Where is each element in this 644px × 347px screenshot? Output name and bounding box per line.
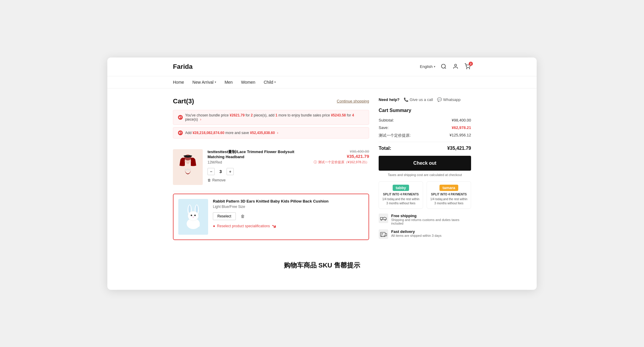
tax-note: Taxes and shipping cost are calculated a… [379,173,471,177]
phone-icon: 📞 [404,97,408,102]
nav-child[interactable]: Child ▾ [264,80,276,85]
svg-point-10 [187,155,189,157]
promo-banner-2: 🏷 Add ¥28,218,082,874.60 more and save ¥… [173,127,369,139]
item-1-image [173,149,203,185]
svg-point-4 [469,68,470,69]
item-1-price: ¥98,400.00 ¥35,421.79 ⓘ 测试一个定价提原（¥162,97… [314,149,369,164]
error-circle-icon: ● [213,224,215,228]
tamara-split-label: SPLIT INTO 4 PAYMENTS [429,193,468,196]
cart-header: Cart(3) Continue shopping [173,97,369,105]
chevron-down-icon: ▾ [215,80,216,84]
whatsapp-icon: 💬 [437,97,442,102]
promo-banner-1: 🏷 You've chosen bundle price ¥2621.79 fo… [173,110,369,125]
svg-line-1 [445,67,446,69]
header-right: English ▾ 2 [420,63,471,70]
cart-title: Cart(3) [173,97,194,105]
svg-point-18 [194,214,196,216]
trash-icon: 🗑 [208,178,211,182]
item-1-sale-price: ¥35,421.79 [314,154,369,159]
nav-men[interactable]: Men [225,80,233,85]
promo-row: 测试一个定价提原: ¥125,956.12 [379,133,471,138]
payment-options: tabby SPLIT INTO 4 PAYMENTS 1/4 today,an… [379,181,471,209]
reselect-button[interactable]: Reselect [213,212,236,220]
svg-point-29 [384,236,385,236]
right-column: Need help? 📞 Give us a call 💬 Whatsapp C… [379,97,471,243]
summary-divider [379,142,471,142]
svg-point-19 [193,217,194,217]
svg-point-25 [385,220,386,220]
item-1-details: testtesttest量制/Lace Trimmed Flower Bodys… [208,149,309,182]
item-2-actions: Reselect 🗑 [213,212,364,220]
account-button[interactable] [453,63,459,70]
item-2-variant: Light Blue/Free Size [213,205,364,209]
delete-icon[interactable]: 🗑 [241,214,245,219]
item-1-increase-btn[interactable]: + [227,168,234,175]
promo-icon: 🏷 [178,115,183,120]
tabby-desc: 1/4 today,and the rest within 3 months w… [381,197,420,206]
subtotal-row: Subtotal: ¥98,400.00 [379,118,471,122]
item-2-name: Rabbit Pattern 3D Ears Knitted Baby Kids… [213,199,364,203]
chevron-down-icon: ▾ [274,80,276,84]
cart-item-2-error: Rabbit Pattern 3D Ears Knitted Baby Kids… [173,194,369,240]
free-shipping-icon [379,214,388,223]
nav-women[interactable]: Women [241,80,255,85]
item-2-details: Rabbit Pattern 3D Ears Knitted Baby Kids… [213,199,364,230]
total-row: Total: ¥35,421.79 [379,146,471,151]
item-1-remove-btn[interactable]: 🗑 Remove [208,178,309,182]
svg-point-2 [455,64,457,66]
free-shipping-row: Free shipping Shipping and returns custo… [379,214,471,225]
arrow-icon: ➜ [270,222,278,230]
tamara-payment: tamara SPLIT INTO 4 PAYMENTS 1/4 today,a… [427,181,471,209]
cart-items-list: testtesttest量制/Lace Trimmed Flower Bodys… [173,143,369,240]
main-content: Cart(3) Continue shopping 🏷 You've chose… [107,88,537,252]
cart-button[interactable]: 2 [465,63,471,70]
item-1-decrease-btn[interactable]: − [208,168,215,175]
tamara-badge: tamara [439,185,458,191]
main-window: Farida English ▾ 2 [107,57,537,290]
give-call-link[interactable]: 📞 Give us a call [404,97,433,102]
item-1-price-note: ⓘ 测试一个定价提原（¥162,978.21） [314,160,369,164]
free-shipping-title: Free shipping [391,214,471,218]
item-2-image [178,199,208,235]
free-shipping-desc: Shipping and returns customs and duties … [391,218,471,225]
item-1-qty-value: 3 [218,169,224,174]
chevron-down-icon: ▾ [434,65,435,68]
search-button[interactable] [441,63,447,70]
svg-point-8 [185,160,187,162]
tabby-split-label: SPLIT INTO 4 PAYMENTS [381,193,420,196]
item-2-error-msg: ● Reselect product specialifications ➜ [213,222,364,230]
cart-item-1: testtesttest量制/Lace Trimmed Flower Bodys… [173,143,369,191]
svg-point-3 [467,68,467,69]
tabby-badge: tabby [393,185,409,191]
svg-point-28 [381,236,382,236]
continue-shopping-link[interactable]: Continue shopping [337,99,369,103]
item-1-name: testtesttest量制/Lace Trimmed Flower Bodys… [208,149,309,159]
whatsapp-link[interactable]: 💬 Whatsapp [437,97,461,102]
nav-new-arrival[interactable]: New Arrival ▾ [192,80,216,85]
promo-icon-2: 🏷 [178,130,183,135]
item-1-qty-control: − 3 + [208,168,309,175]
language-selector[interactable]: English ▾ [420,64,435,69]
navigation: Home New Arrival ▾ Men Women Child ▾ [107,76,537,88]
cart-item-2-inner: Rabbit Pattern 3D Ears Knitted Baby Kids… [178,199,364,235]
fast-delivery-title: Fast delivery [391,229,442,234]
save-row: Save: ¥62,978.21 [379,125,471,130]
need-help-section: Need help? 📞 Give us a call 💬 Whatsapp [379,97,471,102]
checkout-button[interactable]: Check out [379,156,471,171]
svg-point-20 [187,218,200,229]
svg-point-17 [191,214,192,216]
fast-delivery-desc: All items are shipped within 3 days [391,234,442,237]
header: Farida English ▾ 2 [107,57,537,76]
svg-point-9 [189,160,191,162]
logo[interactable]: Farida [173,63,193,71]
item-1-original-price: ¥98,400.00 [314,149,369,154]
svg-point-24 [381,220,382,220]
svg-point-0 [442,64,445,68]
left-column: Cart(3) Continue shopping 🏷 You've chose… [173,97,369,243]
cart-badge: 2 [469,62,473,66]
fast-delivery-row: Fast delivery All items are shipped with… [379,229,471,239]
svg-point-21 [197,224,200,227]
bottom-caption: 购物车商品 SKU 售罄提示 [107,252,537,276]
tamara-desc: 1/4 today,and the rest within 3 months w… [429,197,468,206]
nav-home[interactable]: Home [173,80,184,85]
